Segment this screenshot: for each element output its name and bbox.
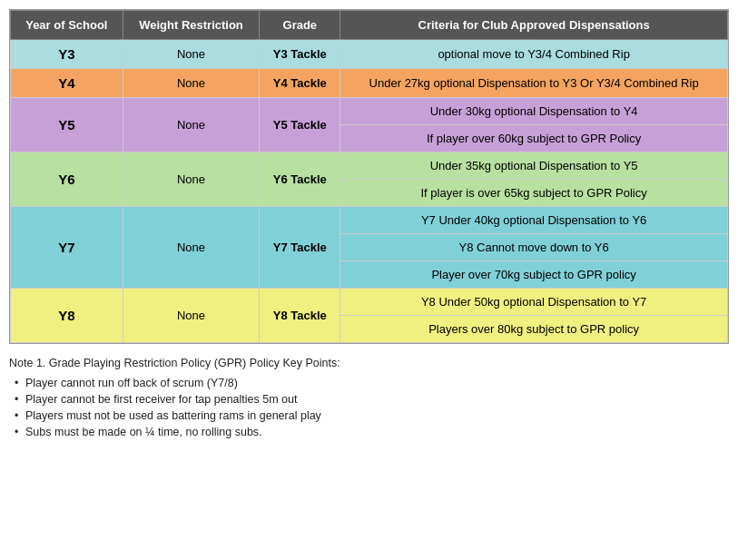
cell-year: Y4	[11, 69, 123, 98]
cell-criteria: If player over 60kg subject to GPR Polic…	[340, 125, 728, 152]
cell-criteria: Players over 80kg subject to GPR policy	[340, 316, 728, 343]
cell-criteria: If player is over 65kg subject to GPR Po…	[340, 180, 728, 207]
dispensations-table: Year of School Weight Restriction Grade …	[10, 10, 728, 343]
table-header-row: Year of School Weight Restriction Grade …	[11, 11, 728, 40]
cell-criteria: Under 35kg optional Dispensation to Y5	[340, 152, 728, 180]
cell-year: Y8	[11, 289, 123, 343]
cell-criteria: optional move to Y3/4 Combined Rip	[340, 40, 728, 69]
cell-criteria: Under 30kg optional Dispensation to Y4	[340, 98, 728, 125]
notes-list: Player cannot run off back of scrum (Y7/…	[9, 375, 729, 440]
notes-list-item: Subs must be made on ¼ time, no rolling …	[13, 424, 729, 440]
cell-grade: Y7 Tackle	[260, 207, 340, 289]
cell-criteria: Y8 Under 50kg optional Dispensation to Y…	[340, 289, 728, 316]
main-table-wrapper: Year of School Weight Restriction Grade …	[9, 9, 729, 344]
header-criteria: Criteria for Club Approved Dispensations	[340, 11, 728, 40]
cell-weight: None	[123, 152, 260, 207]
cell-criteria: Under 27kg optional Dispensation to Y3 O…	[340, 69, 728, 98]
cell-weight: None	[123, 289, 260, 343]
cell-weight: None	[123, 40, 260, 69]
cell-year: Y3	[11, 40, 123, 69]
table-row: Y3NoneY3 Tackleoptional move to Y3/4 Com…	[11, 40, 728, 69]
cell-criteria: Y8 Cannot move down to Y6	[340, 234, 728, 261]
cell-criteria: Player over 70kg subject to GPR policy	[340, 261, 728, 289]
header-weight: Weight Restriction	[123, 11, 260, 40]
notes-list-item: Players must not be used as battering ra…	[13, 408, 729, 424]
note-title: Note 1. Grade Playing Restriction Policy…	[9, 357, 729, 369]
table-row: Y5NoneY5 TackleUnder 30kg optional Dispe…	[11, 98, 728, 125]
cell-weight: None	[123, 69, 260, 98]
cell-grade: Y6 Tackle	[260, 152, 340, 207]
cell-year: Y5	[11, 98, 123, 152]
table-row: Y4NoneY4 TackleUnder 27kg optional Dispe…	[11, 69, 728, 98]
notes-section: Note 1. Grade Playing Restriction Policy…	[9, 357, 729, 440]
cell-grade: Y8 Tackle	[260, 289, 340, 343]
cell-grade: Y5 Tackle	[260, 98, 340, 152]
cell-year: Y7	[11, 207, 123, 289]
cell-weight: None	[123, 207, 260, 289]
notes-list-item: Player cannot run off back of scrum (Y7/…	[13, 375, 729, 391]
cell-grade: Y4 Tackle	[260, 69, 340, 98]
table-row: Y8NoneY8 TackleY8 Under 50kg optional Di…	[11, 289, 728, 316]
cell-grade: Y3 Tackle	[260, 40, 340, 69]
cell-year: Y6	[11, 152, 123, 207]
cell-criteria: Y7 Under 40kg optional Dispensation to Y…	[340, 207, 728, 234]
header-year: Year of School	[11, 11, 123, 40]
table-row: Y6NoneY6 TackleUnder 35kg optional Dispe…	[11, 152, 728, 180]
cell-weight: None	[123, 98, 260, 152]
notes-list-item: Player cannot be first receiver for tap …	[13, 391, 729, 408]
header-grade: Grade	[260, 11, 340, 40]
table-row: Y7NoneY7 TackleY7 Under 40kg optional Di…	[11, 207, 728, 234]
